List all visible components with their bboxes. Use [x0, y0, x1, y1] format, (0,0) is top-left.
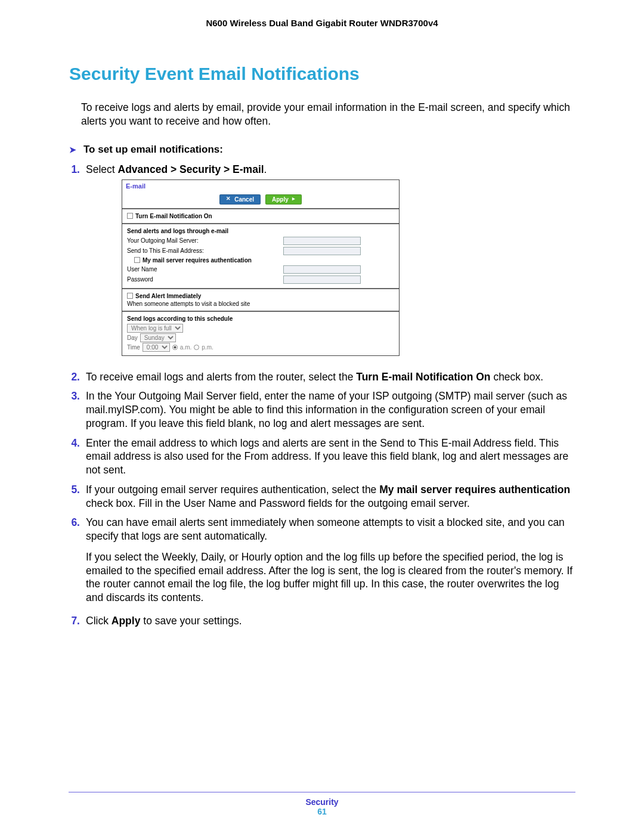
username-input[interactable]: [283, 265, 361, 274]
step-6: You can have email alerts sent immediate…: [86, 516, 575, 608]
step-text: .: [264, 163, 267, 175]
email-screen-mock: E-mail ✕Cancel Apply▸ Turn E-mail Notifi…: [122, 179, 400, 355]
schedule-select[interactable]: When log is full: [127, 324, 183, 333]
footer-page-number: 61: [0, 807, 644, 816]
step-bold: Apply: [112, 615, 141, 627]
password-label: Password: [127, 275, 153, 283]
step-text: You can have email alerts sent immediate…: [86, 516, 565, 542]
apply-button[interactable]: Apply▸: [265, 194, 302, 205]
send-alert-subtext: When someone attempts to visit a blocked…: [127, 300, 394, 308]
step-text: Select: [86, 163, 118, 175]
turn-email-on-checkbox[interactable]: [127, 213, 133, 219]
step-number: 4.: [69, 436, 86, 477]
step-number: 3.: [69, 389, 86, 430]
step-bold: Advanced > Security > E-mail: [118, 163, 264, 175]
close-icon: ✕: [226, 196, 231, 203]
step-sub-paragraph: If you select the Weekly, Daily, or Hour…: [86, 550, 575, 605]
page-header-product: N600 Wireless Dual Band Gigabit Router W…: [69, 18, 575, 28]
step-text: Click: [86, 615, 112, 627]
sendto-label: Send to This E-mail Address:: [127, 247, 204, 255]
outgoing-server-label: Your Outgoing Mail Server:: [127, 237, 199, 244]
password-input[interactable]: [283, 275, 361, 284]
footer-rule: [69, 792, 575, 792]
button-label: Cancel: [234, 196, 254, 203]
step-number: 2.: [69, 370, 86, 384]
day-label: Day: [127, 334, 138, 342]
am-radio[interactable]: [172, 345, 178, 350]
step-2: To receive email logs and alerts from th…: [86, 370, 575, 384]
step-text: To receive email logs and alerts from th…: [86, 371, 356, 383]
chevron-right-icon: ▸: [292, 196, 295, 203]
time-label: Time: [127, 343, 140, 351]
step-1: Select Advanced > Security > E-mail. E-m…: [86, 163, 575, 364]
step-bold: My mail server requires authentication: [379, 484, 570, 496]
step-text: to save your settings.: [140, 615, 242, 627]
section-title: Security Event Email Notifications: [69, 64, 575, 84]
steps-list: 1. Select Advanced > Security > E-mail. …: [69, 163, 575, 628]
page-footer: Security 61: [0, 792, 644, 816]
step-3: In the Your Outgoing Mail Server field, …: [86, 389, 575, 430]
step-4: Enter the email address to which logs an…: [86, 436, 575, 477]
pm-radio[interactable]: [194, 345, 199, 350]
outgoing-server-input[interactable]: [283, 237, 361, 245]
send-alert-immediately-checkbox[interactable]: [127, 293, 133, 299]
am-label: a.m.: [180, 343, 191, 351]
step-number: 5.: [69, 483, 86, 510]
step-text: check box.: [491, 371, 544, 383]
day-select[interactable]: Sunday: [140, 333, 176, 342]
step-bold: Turn E-mail Notification On: [356, 371, 490, 383]
procedure-heading-text: To set up email notifications:: [83, 144, 223, 156]
procedure-heading: ➤ To set up email notifications:: [69, 144, 575, 156]
step-text: If your outgoing email server requires a…: [86, 484, 379, 496]
checkbox-label: Turn E-mail Notification On: [135, 212, 212, 220]
username-label: User Name: [127, 265, 157, 273]
footer-chapter: Security: [0, 797, 644, 807]
send-alert-immediately-row[interactable]: Send Alert Immediately: [127, 292, 394, 300]
checkbox-label: Send Alert Immediately: [135, 292, 201, 300]
turn-email-on-row[interactable]: Turn E-mail Notification On: [127, 212, 394, 220]
step-text: check box. Fill in the User Name and Pas…: [86, 497, 470, 509]
step-7: Click Apply to save your settings.: [86, 614, 575, 628]
checkbox-label: My mail server requires authentication: [143, 256, 252, 264]
button-label: Apply: [272, 196, 289, 203]
pm-label: p.m.: [202, 343, 213, 351]
procedure-arrow-icon: ➤: [69, 144, 76, 156]
auth-checkbox[interactable]: [134, 257, 140, 263]
schedule-header: Send logs according to this schedule: [127, 315, 394, 323]
email-screen-title: E-mail: [122, 180, 399, 193]
cancel-button[interactable]: ✕Cancel: [219, 194, 261, 205]
step-number: 6.: [69, 516, 86, 608]
step-number: 1.: [69, 163, 86, 364]
intro-paragraph: To receive logs and alerts by email, pro…: [81, 101, 575, 128]
step-5: If your outgoing email server requires a…: [86, 483, 575, 510]
step-number: 7.: [69, 614, 86, 628]
send-alerts-header: Send alerts and logs through e-mail: [127, 227, 394, 235]
auth-row[interactable]: My mail server requires authentication: [127, 256, 394, 264]
sendto-input[interactable]: [283, 247, 361, 255]
time-select[interactable]: 0:00: [143, 343, 170, 352]
